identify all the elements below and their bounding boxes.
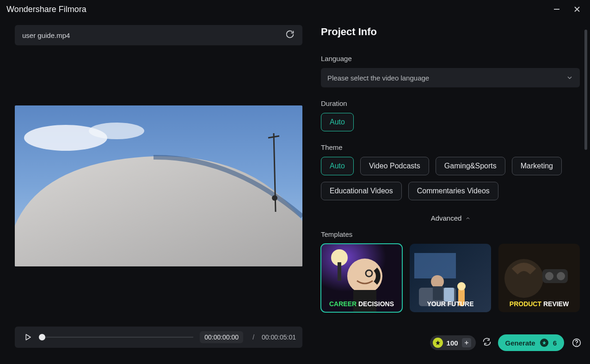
duration-chip-auto[interactable]: Auto (321, 113, 354, 131)
seek-slider[interactable] (41, 333, 193, 342)
bottom-bar: 100 Generate 6 (430, 334, 583, 351)
templates-label: Templates (321, 230, 581, 238)
chevron-up-icon (465, 216, 471, 221)
svg-point-26 (576, 345, 577, 345)
project-info-panel: Project Info Language Please select the … (302, 19, 590, 352)
theme-chip[interactable]: Marketing (512, 157, 562, 175)
play-button[interactable] (21, 331, 34, 344)
title-bar: Wondershare Filmora (0, 0, 590, 19)
time-current: 00:00:00:00 (200, 331, 243, 343)
close-button[interactable] (569, 3, 585, 16)
seek-track (41, 337, 193, 338)
reload-button[interactable] (285, 29, 295, 41)
svg-point-2 (89, 123, 144, 139)
template-card[interactable]: YOUR FUTURE (410, 244, 491, 312)
svg-point-15 (457, 282, 466, 290)
file-name: user guide.mp4 (22, 31, 70, 39)
time-separator: / (250, 333, 255, 341)
credits-pill: 100 (430, 335, 476, 350)
duration-options: Auto (321, 113, 581, 131)
theme-chip[interactable]: Commentaries Videos (408, 182, 498, 200)
app-title: Wondershare Filmora (6, 5, 86, 14)
play-icon (24, 333, 32, 341)
video-preview[interactable] (15, 105, 302, 266)
template-caption: YOUR FUTURE (410, 300, 491, 308)
reload-icon (285, 29, 295, 39)
duration-label: Duration (321, 99, 581, 107)
seek-knob[interactable] (39, 334, 45, 340)
generate-button[interactable]: Generate 6 (498, 334, 564, 351)
template-card[interactable]: PRODUCT REVIEW (498, 244, 580, 312)
credits-value: 100 (447, 339, 458, 347)
minimize-button[interactable] (548, 3, 565, 16)
theme-options: AutoVideo PodcastsGaming&SportsMarketing… (321, 157, 580, 200)
time-total: 00:00:05:01 (262, 333, 296, 341)
generate-cost: 6 (553, 339, 557, 347)
close-icon (574, 6, 580, 12)
plus-icon (464, 340, 469, 345)
help-button[interactable] (571, 337, 583, 349)
svg-point-23 (545, 272, 553, 280)
player-bar: 00:00:00:00 / 00:00:05:01 (15, 327, 302, 348)
svg-rect-18 (433, 286, 443, 300)
theme-chip[interactable]: Gaming&Sports (436, 157, 505, 175)
help-icon (572, 338, 582, 348)
template-caption: CAREER DECISIONS (321, 300, 402, 308)
svg-point-17 (431, 275, 444, 288)
scrollbar[interactable] (584, 30, 587, 150)
add-credits-button[interactable] (462, 338, 471, 347)
svg-point-24 (557, 272, 565, 280)
minimize-icon (553, 6, 560, 12)
refresh-icon (482, 337, 492, 346)
template-caption: PRODUCT REVIEW (498, 300, 580, 308)
advanced-toggle[interactable]: Advanced (321, 214, 581, 222)
svg-rect-19 (444, 288, 454, 302)
cost-icon (540, 339, 548, 347)
svg-rect-13 (414, 253, 456, 278)
file-bar: user guide.mp4 (15, 25, 302, 45)
theme-chip[interactable]: Auto (321, 157, 354, 175)
credits-icon (433, 338, 443, 348)
window-controls (548, 3, 585, 16)
language-select[interactable]: Please select the video language (321, 68, 580, 87)
language-placeholder: Please select the video language (327, 74, 429, 82)
app-root: Wondershare Filmora user guide.mp4 (0, 0, 590, 364)
generate-label: Generate (505, 339, 535, 347)
theme-label: Theme (321, 143, 581, 151)
templates-row: CAREER DECISIONSYOUR FUTURE PRODUCT REVI… (321, 244, 581, 312)
main-area: user guide.mp4 (0, 19, 590, 352)
preview-panel: user guide.mp4 (15, 19, 302, 352)
theme-chip[interactable]: Educational Videos (321, 182, 402, 200)
preview-image (15, 105, 302, 266)
svg-rect-10 (338, 262, 341, 281)
refresh-button[interactable] (482, 337, 492, 348)
panel-heading: Project Info (321, 19, 581, 48)
theme-chip[interactable]: Video Podcasts (360, 157, 429, 175)
advanced-label: Advanced (431, 214, 462, 222)
language-label: Language (321, 55, 581, 62)
template-card[interactable]: CAREER DECISIONS (321, 244, 402, 312)
svg-point-5 (272, 195, 277, 201)
chevron-down-icon (566, 74, 573, 81)
